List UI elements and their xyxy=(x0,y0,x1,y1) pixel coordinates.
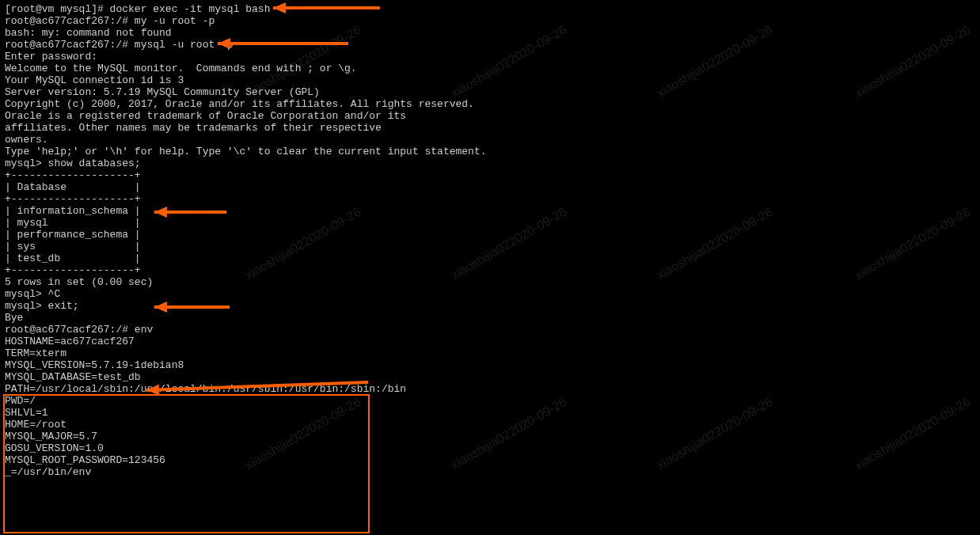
terminal-line: MYSQL_DATABASE=test_db xyxy=(5,371,975,383)
terminal-output: [root@vm mysql]# docker exec -it mysql b… xyxy=(5,3,975,478)
terminal-line: bash: my: command not found xyxy=(5,27,975,39)
terminal-line: PWD=/ xyxy=(5,395,975,407)
terminal-line: +--------------------+ xyxy=(5,169,975,181)
terminal-line: Welcome to the MySQL monitor. Commands e… xyxy=(5,63,975,74)
terminal-line: | sys | xyxy=(5,241,975,252)
terminal-line: _=/usr/bin/env xyxy=(5,466,975,478)
terminal-line: Type 'help;' or '\h' for help. Type '\c'… xyxy=(5,146,975,157)
terminal-line: GOSU_VERSION=1.0 xyxy=(5,442,975,454)
terminal-line: | performance_schema | xyxy=(5,229,975,241)
terminal-line: owners. xyxy=(5,134,975,146)
terminal-line: affiliates. Other names may be trademark… xyxy=(5,122,975,134)
terminal-line: SHLVL=1 xyxy=(5,407,975,419)
terminal-line: +--------------------+ xyxy=(5,193,975,205)
terminal-line: Copyright (c) 2000, 2017, Oracle and/or … xyxy=(5,98,975,110)
terminal-line: mysql> ^C xyxy=(5,288,975,300)
terminal-line: mysql> exit; xyxy=(5,300,975,312)
terminal-line: root@ac677cacf267:/# env xyxy=(5,324,975,336)
terminal-line: Your MySQL connection id is 3 xyxy=(5,74,975,86)
terminal-line: Oracle is a registered trademark of Orac… xyxy=(5,110,975,122)
terminal-line: | information_schema | xyxy=(5,205,975,217)
terminal-line: | test_db | xyxy=(5,252,975,264)
terminal-line: Enter password: xyxy=(5,51,975,63)
terminal-line: 5 rows in set (0.00 sec) xyxy=(5,276,975,288)
terminal-line: HOSTNAME=ac677cacf267 xyxy=(5,336,975,347)
terminal-line: | Database | xyxy=(5,181,975,193)
terminal-line: root@ac677cacf267:/# mysql -u root -p xyxy=(5,39,975,51)
terminal-line: MYSQL_VERSION=5.7.19-1debian8 xyxy=(5,359,975,371)
terminal-line: HOME=/root xyxy=(5,419,975,431)
terminal-line: TERM=xterm xyxy=(5,347,975,359)
terminal-line: mysql> show databases; xyxy=(5,157,975,169)
terminal-line: Bye xyxy=(5,312,975,324)
terminal-line: PATH=/usr/local/sbin:/usr/local/bin:/usr… xyxy=(5,383,975,395)
terminal-line: [root@vm mysql]# docker exec -it mysql b… xyxy=(5,3,975,15)
terminal-line: MYSQL_MAJOR=5.7 xyxy=(5,431,975,442)
terminal-line: | mysql | xyxy=(5,217,975,229)
terminal-line: Server version: 5.7.19 MySQL Community S… xyxy=(5,86,975,98)
terminal-line: +--------------------+ xyxy=(5,264,975,276)
terminal-line: MYSQL_ROOT_PASSWORD=123456 xyxy=(5,454,975,466)
terminal-line: root@ac677cacf267:/# my -u root -p xyxy=(5,15,975,27)
